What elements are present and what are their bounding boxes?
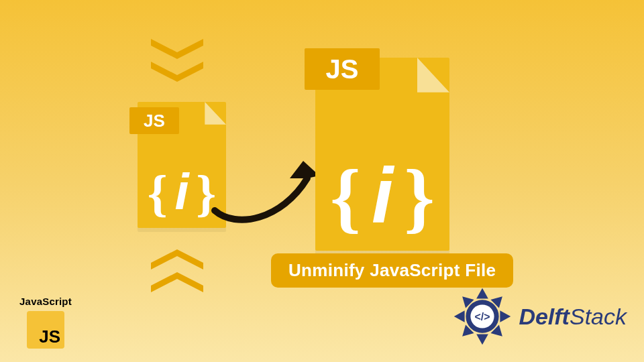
caption-pill: Unminify JavaScript File	[271, 253, 513, 288]
code-braces-icon: { i }	[315, 158, 449, 236]
svg-marker-3	[151, 272, 203, 292]
chevron-up-icon	[151, 272, 203, 292]
js-badge-icon: JS	[27, 311, 64, 349]
svg-marker-2	[151, 249, 203, 269]
hero-illustration: JS { i } JS { i } Unminify JavaScript Fi…	[0, 0, 644, 362]
brand-name: DelftStack	[519, 304, 627, 330]
arrow-right-icon	[209, 156, 322, 229]
svg-text:</>: </>	[475, 311, 490, 322]
javascript-mascot: JavaScript JS	[15, 296, 76, 349]
brand-logo: </> DelftStack	[453, 287, 627, 346]
svg-marker-1	[151, 62, 203, 82]
brand-seal-icon: </>	[453, 287, 512, 346]
chevron-up-icon	[151, 249, 203, 269]
svg-marker-0	[151, 39, 203, 59]
js-tag-label: JS	[129, 107, 179, 134]
mascot-label: JavaScript	[15, 296, 76, 307]
chevron-down-icon	[151, 39, 203, 59]
svg-marker-8	[500, 310, 511, 322]
svg-marker-6	[477, 334, 489, 345]
chevron-down-icon	[151, 62, 203, 82]
svg-marker-7	[454, 310, 465, 322]
svg-marker-5	[477, 288, 489, 299]
js-tag-label: JS	[305, 48, 380, 90]
js-file-large-icon: JS { i }	[315, 58, 449, 251]
